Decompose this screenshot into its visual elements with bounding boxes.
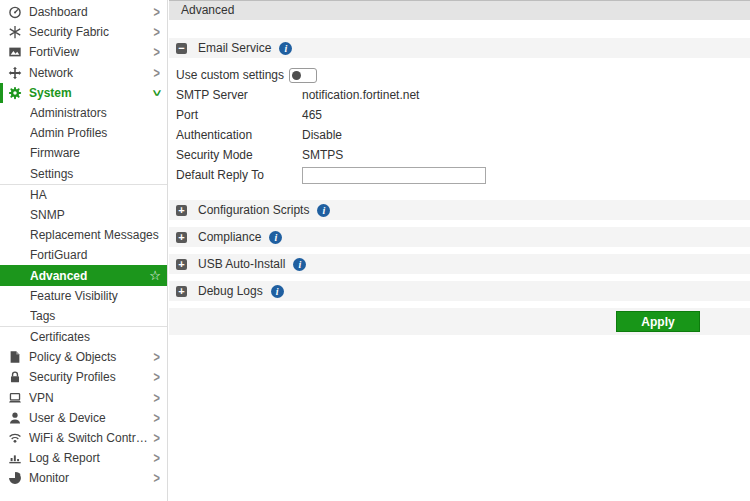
- form-row-smtp-server: SMTP Servernotification.fortinet.net: [176, 85, 750, 105]
- sidebar-item-wifi-switch-controller[interactable]: WiFi & Switch Controller>: [0, 428, 167, 448]
- section-header-configuration-scripts[interactable]: +Configuration Scriptsi: [169, 200, 750, 220]
- sidebar-item-vpn[interactable]: VPN>: [0, 388, 167, 408]
- sidebar-item-label: Replacement Messages: [30, 228, 160, 242]
- sidebar-item-feature-visibility[interactable]: Feature Visibility: [0, 286, 167, 306]
- expand-icon[interactable]: +: [176, 259, 187, 270]
- chevron-right-icon: >: [154, 390, 160, 405]
- section-header-debug-logs[interactable]: +Debug Logsi: [169, 281, 750, 301]
- chevron-right-icon: >: [154, 65, 160, 80]
- toggle-knob: [292, 71, 301, 80]
- sidebar-item-network[interactable]: Network>: [0, 63, 167, 83]
- expand-icon[interactable]: +: [176, 232, 187, 243]
- chevron-right-icon: >: [154, 5, 160, 20]
- sidebar-item-certificates[interactable]: Certificates: [0, 327, 167, 347]
- sidebar-item-label: Policy & Objects: [29, 350, 154, 364]
- favorite-star-icon[interactable]: ☆: [149, 268, 161, 283]
- sidebar-item-label: Settings: [30, 167, 160, 181]
- info-icon[interactable]: i: [317, 204, 330, 217]
- apply-button[interactable]: Apply: [616, 311, 700, 332]
- field-label: Security Mode: [176, 148, 302, 162]
- field-label: Default Reply To: [176, 168, 302, 182]
- chevron-right-icon: >: [154, 370, 160, 385]
- vpn-icon: [7, 390, 23, 405]
- sidebar-item-label: System: [29, 86, 154, 100]
- fabric-icon: [7, 25, 23, 40]
- sidebar-item-dashboard[interactable]: Dashboard>: [0, 2, 167, 22]
- sidebar-item-monitor[interactable]: Monitor>: [0, 468, 167, 488]
- sidebar-item-user-device[interactable]: User & Device>: [0, 408, 167, 428]
- section-title: Compliance: [198, 230, 261, 244]
- sidebar-item-label: Security Profiles: [29, 370, 154, 384]
- sidebar-item-ha[interactable]: HA: [0, 185, 167, 205]
- form-row-use-custom-settings: Use custom settings: [176, 65, 750, 85]
- sidebar-item-label: Certificates: [30, 330, 160, 344]
- sidebar-item-label: Dashboard: [29, 5, 154, 19]
- page-header: Advanced: [169, 0, 750, 20]
- sidebar-item-advanced[interactable]: Advanced☆: [0, 265, 167, 285]
- sidebar-item-fortiguard[interactable]: FortiGuard: [0, 245, 167, 265]
- collapse-icon[interactable]: −: [176, 43, 187, 54]
- sidebar-item-snmp[interactable]: SNMP: [0, 205, 167, 225]
- sidebar-item-label: Monitor: [29, 471, 154, 485]
- page-title: Advanced: [181, 3, 234, 17]
- sidebar-item-label: Network: [29, 66, 154, 80]
- sidebar-item-administrators[interactable]: Administrators: [0, 103, 167, 123]
- sidebar-item-label: Security Fabric: [29, 25, 154, 39]
- info-icon[interactable]: i: [269, 231, 282, 244]
- email-service-form: Use custom settingsSMTP Servernotificati…: [169, 65, 750, 200]
- lock-icon: [7, 370, 23, 385]
- field-label: Use custom settings: [176, 68, 284, 82]
- chevron-down-icon: >: [149, 90, 164, 96]
- form-row-security-mode: Security ModeSMTPS: [176, 145, 750, 165]
- sidebar-item-label: HA: [30, 188, 160, 202]
- sidebar-item-label: FortiGuard: [30, 248, 160, 262]
- info-icon[interactable]: i: [293, 258, 306, 271]
- sidebar-item-tags[interactable]: Tags: [0, 306, 167, 326]
- sidebar-item-policy-objects[interactable]: Policy & Objects>: [0, 347, 167, 367]
- sidebar-item-label: Advanced: [30, 269, 149, 283]
- sidebar-item-label: User & Device: [29, 411, 154, 425]
- chevron-right-icon: >: [154, 431, 160, 446]
- sidebar-item-fortiview[interactable]: FortiView>: [0, 42, 167, 62]
- gear-icon: [7, 85, 23, 100]
- section-header-usb-auto-install[interactable]: +USB Auto-Installi: [169, 254, 750, 274]
- use-custom-settings-toggle[interactable]: [289, 68, 317, 83]
- advanced-panel: − Email Service i Use custom settingsSMT…: [169, 20, 750, 335]
- sidebar-item-replacement-messages[interactable]: Replacement Messages: [0, 225, 167, 245]
- sidebar-item-log-report[interactable]: Log & Report>: [0, 448, 167, 468]
- user-icon: [7, 410, 23, 425]
- sidebar-item-label: Feature Visibility: [30, 289, 160, 303]
- section-header-compliance[interactable]: +Compliancei: [169, 227, 750, 247]
- expand-icon[interactable]: +: [176, 286, 187, 297]
- form-row-authentication: AuthenticationDisable: [176, 125, 750, 145]
- wifi-icon: [7, 431, 23, 446]
- chevron-right-icon: >: [154, 451, 160, 466]
- sidebar: Dashboard>Security Fabric>FortiView>Netw…: [0, 0, 168, 501]
- chevron-right-icon: >: [154, 45, 160, 60]
- sidebar-item-label: Admin Profiles: [30, 126, 160, 140]
- sidebar-item-firmware[interactable]: Firmware: [0, 143, 167, 163]
- field-value: SMTPS: [302, 148, 343, 162]
- email-service-header[interactable]: − Email Service i: [169, 38, 750, 58]
- sidebar-item-label: Administrators: [30, 106, 160, 120]
- sidebar-item-system[interactable]: System>: [0, 83, 167, 103]
- sidebar-item-label: SNMP: [30, 208, 160, 222]
- field-label: Port: [176, 108, 302, 122]
- info-icon[interactable]: i: [271, 285, 284, 298]
- email-service-section: − Email Service i Use custom settingsSMT…: [169, 38, 750, 200]
- sidebar-item-security-profiles[interactable]: Security Profiles>: [0, 367, 167, 387]
- sidebar-item-label: Firmware: [30, 146, 160, 160]
- section-title: USB Auto-Install: [198, 257, 285, 271]
- sidebar-item-security-fabric[interactable]: Security Fabric>: [0, 22, 167, 42]
- sidebar-item-settings[interactable]: Settings: [0, 164, 167, 184]
- default-reply-to-input[interactable]: [302, 167, 486, 184]
- field-label: SMTP Server: [176, 88, 302, 102]
- expand-icon[interactable]: +: [176, 205, 187, 216]
- footer-bar: Apply: [169, 308, 750, 335]
- pie-icon: [7, 471, 23, 486]
- chevron-right-icon: >: [154, 471, 160, 486]
- section-title: Email Service: [198, 41, 271, 55]
- chevron-right-icon: >: [154, 410, 160, 425]
- info-icon[interactable]: i: [279, 42, 292, 55]
- sidebar-item-admin-profiles[interactable]: Admin Profiles: [0, 123, 167, 143]
